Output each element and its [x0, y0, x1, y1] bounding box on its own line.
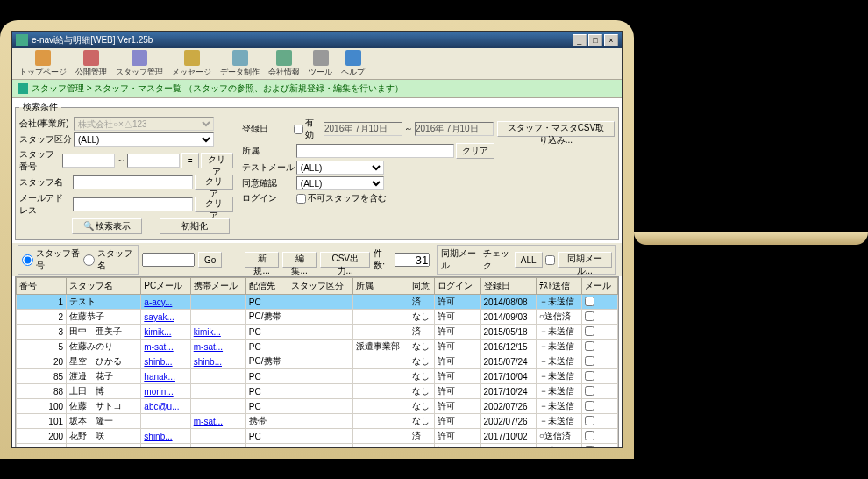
date-from[interactable]: [324, 122, 402, 136]
csv-export-button[interactable]: CSV出力...: [320, 252, 370, 268]
row-mail-checkbox[interactable]: [585, 297, 594, 306]
search-panel: 検索条件 会社(事業所) 株式会社○×△123 スタッフ区分 (ALL) スタッ…: [15, 101, 619, 240]
sync-checkbox[interactable]: [545, 255, 555, 265]
radio-staffno[interactable]: [22, 254, 33, 266]
table-row[interactable]: 3田中 亜美子kimik...kimik...PC済許可2015/05/18－未…: [17, 325, 618, 340]
division-select[interactable]: (ALL): [74, 132, 214, 147]
count-label: 件数:: [374, 247, 391, 272]
mail-label: メールアドレス: [19, 192, 71, 217]
staffno-to[interactable]: [127, 154, 180, 168]
mail-clear-button[interactable]: クリア: [195, 197, 232, 212]
row-mail-checkbox[interactable]: [585, 341, 594, 351]
staffno-clear-button[interactable]: クリア: [201, 153, 233, 168]
breadcrumb-icon: [18, 83, 28, 94]
consent-label: 同意確認: [242, 177, 295, 189]
breadcrumb: スタッフ管理 > スタッフ・マスター覧 （スタッフの参照、および新規登録・編集を…: [12, 80, 622, 98]
toolbar-メッセージ[interactable]: メッセージ: [168, 48, 215, 80]
staffname-clear-button[interactable]: クリア: [195, 175, 232, 190]
staffno-sep: ～: [117, 154, 125, 167]
dept-clear-button[interactable]: クリア: [456, 143, 494, 159]
testmail-label: テストメール: [242, 161, 295, 174]
edit-button[interactable]: 編集...: [282, 252, 317, 268]
testmail-select[interactable]: (ALL): [296, 161, 384, 175]
consent-select[interactable]: (ALL): [296, 176, 384, 190]
toolbar-トップページ[interactable]: トップページ: [16, 48, 70, 80]
row-mail-checkbox[interactable]: [585, 431, 594, 440]
table-row[interactable]: 88上田 博morin...PCなし許可2017/10/24－未送信: [17, 384, 618, 399]
row-mail-checkbox[interactable]: [585, 416, 594, 425]
col-header[interactable]: 携帯メール: [190, 278, 245, 295]
toolbar-ツール[interactable]: ツール: [305, 48, 336, 80]
table-row[interactable]: 20星空 ひかるshinb...shinb...PC/携帯なし許可2015/07…: [17, 354, 618, 369]
col-header[interactable]: 配信先: [245, 278, 288, 295]
row-mail-checkbox[interactable]: [585, 326, 594, 336]
radio-staffname[interactable]: [83, 254, 95, 266]
row-mail-checkbox[interactable]: [585, 446, 594, 449]
login-chk-label: 不可スタッフを含む: [308, 192, 387, 204]
all-button[interactable]: ALL: [515, 252, 543, 268]
col-header[interactable]: スタッフ区分: [288, 278, 353, 295]
row-mail-checkbox[interactable]: [585, 356, 594, 366]
date-to[interactable]: [415, 122, 494, 136]
table-row[interactable]: 201月野 海shinb...shinb...PCなし許可2017/10/03－…: [17, 444, 618, 449]
company-label: 会社(事業所): [19, 118, 72, 130]
staffno-label: スタッフ番号: [19, 148, 60, 173]
row-mail-checkbox[interactable]: [585, 371, 594, 381]
staffname-label: スタッフ名: [19, 176, 71, 189]
staff-table: 番号スタッフ名PCメール携帯メール配信先スタッフ区分所属同意ログイン登録日ﾃｽﾄ…: [16, 277, 618, 448]
titlebar: e-navi給与明細[WEB] Ver1.25b _ □ ×: [12, 32, 622, 48]
col-header[interactable]: 所属: [353, 278, 409, 295]
col-header[interactable]: PCメール: [141, 278, 190, 295]
staff-table-wrap[interactable]: 番号スタッフ名PCメール携帯メール配信先スタッフ区分所属同意ログイン登録日ﾃｽﾄ…: [15, 276, 619, 448]
col-header[interactable]: スタッフ名: [67, 278, 141, 295]
toolbar-スタッフ管理[interactable]: スタッフ管理: [112, 48, 167, 80]
toolbar-データ制作[interactable]: データ制作: [217, 48, 263, 80]
col-header[interactable]: 同意: [409, 278, 435, 295]
table-row[interactable]: 85渡邉 花子hanak...PCなし許可2017/10/04－未送信: [17, 369, 618, 384]
main-toolbar: トップページ公開管理スタッフ管理メッセージデータ制作会社情報ツールヘルプ: [12, 48, 622, 80]
dept-label: 所属: [242, 145, 295, 157]
valid-label: 有効: [305, 117, 322, 141]
action-bar: スタッフ番号 スタッフ名 Go 新規... 編集... CSV出力... 件数:…: [12, 243, 622, 276]
window-title: e-navi給与明細[WEB] Ver1.25b: [32, 34, 571, 46]
login-checkbox[interactable]: [296, 194, 306, 204]
search-mode-group: スタッフ番号 スタッフ名: [18, 245, 139, 275]
minimize-button[interactable]: _: [573, 34, 587, 46]
dept-input[interactable]: [296, 144, 454, 158]
mail-input[interactable]: [73, 197, 193, 211]
sync-group: 同期メール チェック ALL 同期メール...: [437, 245, 615, 275]
table-row[interactable]: 200花野 咲shinb...PC済許可2017/10/02○送信済: [17, 429, 618, 444]
app-icon: [16, 34, 28, 46]
search-button[interactable]: 🔍 検索表示: [72, 218, 142, 234]
new-button[interactable]: 新規...: [245, 252, 279, 268]
search-legend: 検索条件: [19, 101, 61, 113]
valid-checkbox[interactable]: [294, 125, 303, 134]
row-mail-checkbox[interactable]: [585, 386, 594, 396]
staffno-from[interactable]: [62, 154, 115, 168]
col-header[interactable]: 番号: [17, 278, 67, 295]
row-mail-checkbox[interactable]: [585, 401, 594, 411]
company-select[interactable]: 株式会社○×△123: [74, 117, 214, 131]
quick-search-input[interactable]: [142, 253, 195, 267]
col-header[interactable]: メール: [581, 278, 617, 295]
sync-mail-button[interactable]: 同期メール...: [558, 252, 612, 268]
table-row[interactable]: 5佐藤みのりm-sat...m-sat...PC派遣事業部なし許可2016/12…: [17, 340, 618, 354]
maximize-button[interactable]: □: [588, 34, 602, 46]
go-button[interactable]: Go: [198, 252, 222, 268]
col-header[interactable]: 登録日: [480, 278, 536, 295]
table-row[interactable]: 101坂本 隆一m-sat...携帯なし許可2002/07/26－未送信: [17, 414, 618, 429]
staffname-input[interactable]: [73, 175, 193, 189]
toolbar-公開管理[interactable]: 公開管理: [72, 48, 110, 80]
toolbar-ヘルプ[interactable]: ヘルプ: [338, 48, 368, 80]
close-button[interactable]: ×: [604, 34, 618, 46]
col-header[interactable]: ログイン: [435, 278, 480, 295]
table-row[interactable]: 100佐藤 サトコabc@u...PCなし許可2002/07/26－未送信: [17, 399, 618, 414]
csv-import-button[interactable]: スタッフ・マスタCSV取り込み...: [497, 121, 615, 137]
staffno-eq-button[interactable]: =: [181, 153, 199, 168]
table-row[interactable]: 2佐藤恭子sayak...PC/携帯なし許可2014/09/03○送信済: [17, 310, 618, 325]
reset-button[interactable]: 初期化: [160, 218, 230, 234]
col-header[interactable]: ﾃｽﾄ送信: [536, 278, 581, 295]
row-mail-checkbox[interactable]: [585, 311, 594, 321]
table-row[interactable]: 1テストa-acy...PC済許可2014/08/08－未送信: [17, 295, 618, 310]
toolbar-会社情報[interactable]: 会社情報: [265, 48, 303, 80]
